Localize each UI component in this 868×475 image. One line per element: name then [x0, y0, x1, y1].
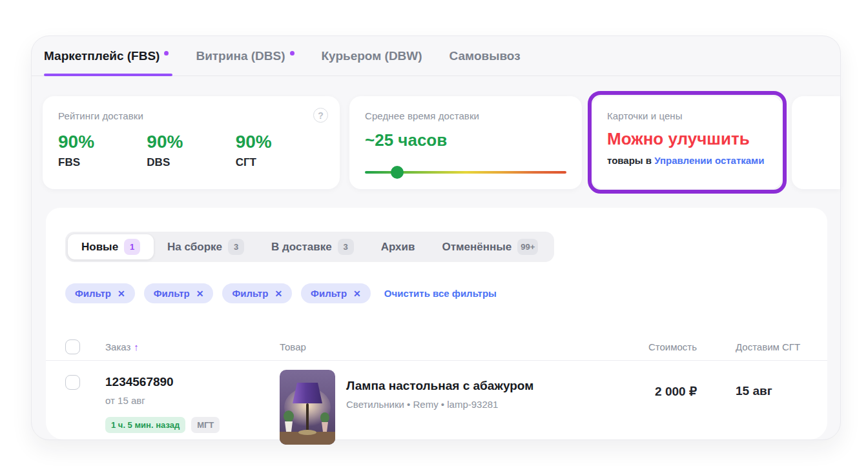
delivery-time-gauge	[365, 166, 566, 179]
remove-filter-icon[interactable]: ✕	[196, 288, 204, 299]
segment-new[interactable]: Новые 1	[68, 234, 154, 259]
row-checkbox[interactable]	[65, 375, 80, 390]
order-status-segmented-control: Новые 1 На сборке 3 В доставке 3 Архив О…	[65, 232, 554, 262]
card-title: Среднее время доставки	[365, 110, 566, 121]
gauge-knob	[391, 166, 404, 179]
tab-courier-dbw[interactable]: Курьером (DBW)	[322, 36, 422, 76]
tab-pickup[interactable]: Самовывоз	[450, 36, 521, 76]
sort-ascending-icon[interactable]: ↑	[134, 341, 139, 352]
stat-cards-row: Рейтинги доставки ? 90% FBS 90% DBS 90% …	[43, 96, 840, 189]
product-title[interactable]: Лампа настольная с абажуром	[346, 379, 533, 393]
order-badges: 1 ч. 5 мин. назад МГТ	[105, 417, 280, 433]
order-date: от 15 авг	[105, 395, 280, 406]
tab-label: Маркетплейс (FBS)	[44, 49, 160, 63]
rating-label: СГТ	[236, 156, 324, 169]
card-title: Карточки и цены	[607, 110, 767, 121]
filter-chip-label: Фильтр	[311, 288, 347, 299]
filter-chip[interactable]: Фильтр ✕	[144, 283, 214, 303]
column-order[interactable]: Заказ↑	[105, 341, 280, 352]
orders-panel: Новые 1 На сборке 3 В доставке 3 Архив О…	[46, 208, 827, 440]
note-prefix: товары в	[607, 155, 654, 166]
segment-label: В доставке	[271, 241, 332, 254]
rating-fbs: 90% FBS	[58, 132, 147, 169]
segment-label: Архив	[381, 241, 415, 254]
tab-label: Курьером (DBW)	[322, 49, 422, 63]
column-delivery: Доставим СГТ	[697, 341, 820, 352]
notification-dot-icon	[290, 51, 294, 56]
delivery-date: 15 авг	[697, 384, 820, 398]
delivery-ratings-card: Рейтинги доставки ? 90% FBS 90% DBS 90% …	[43, 96, 340, 189]
table-row[interactable]: 1234567890 от 15 авг 1 ч. 5 мин. назад М…	[65, 361, 820, 445]
segment-label: На сборке	[167, 241, 222, 254]
segment-count-badge: 3	[228, 239, 244, 255]
stock-management-link[interactable]: Управлении остатками	[654, 155, 764, 166]
notification-dot-icon	[164, 51, 169, 56]
column-product: Товар	[280, 341, 594, 352]
tab-marketplace-fbs[interactable]: Маркетплейс (FBS)	[44, 36, 169, 76]
segment-count-badge: 3	[338, 239, 354, 255]
time-ago-badge: 1 ч. 5 мин. назад	[105, 417, 185, 433]
filter-chip-label: Фильтр	[154, 288, 190, 299]
help-question-icon[interactable]: ?	[313, 108, 328, 123]
filter-chip-label: Фильтр	[232, 288, 268, 299]
remove-filter-icon[interactable]: ✕	[353, 288, 361, 299]
filter-chip[interactable]: Фильтр ✕	[222, 283, 292, 303]
rating-sgt: 90% СГТ	[236, 132, 324, 169]
delivery-time-value: ~25 часов	[365, 130, 566, 150]
select-all-checkbox[interactable]	[65, 339, 80, 354]
ratings-stats: 90% FBS 90% DBS 90% СГТ	[58, 132, 324, 169]
segment-archive[interactable]: Архив	[367, 234, 429, 259]
column-order-label: Заказ	[105, 341, 130, 352]
order-number[interactable]: 1234567890	[105, 375, 280, 389]
segment-in-delivery[interactable]: В доставке 3	[258, 234, 367, 259]
segment-cancelled[interactable]: Отменённые 99+	[428, 234, 552, 259]
rating-value: 90%	[147, 132, 235, 152]
segment-count-badge: 1	[124, 239, 140, 255]
filter-chip[interactable]: Фильтр ✕	[65, 283, 135, 303]
header-checkbox-cell	[65, 339, 105, 354]
row-checkbox-cell	[65, 375, 105, 390]
segment-label: Новые	[81, 241, 118, 254]
delivery-model-tabs: Маркетплейс (FBS) Витрина (DBS) Курьером…	[32, 36, 840, 76]
remove-filter-icon[interactable]: ✕	[274, 288, 282, 299]
product-image	[280, 370, 335, 445]
rating-value: 90%	[58, 132, 147, 152]
order-cell: 1234567890 от 15 авг 1 ч. 5 мин. назад М…	[105, 375, 280, 433]
filters-row: Фильтр ✕ Фильтр ✕ Фильтр ✕ Фильтр ✕ Очис…	[65, 283, 820, 303]
improvement-note: товары в Управлении остатками	[607, 155, 767, 166]
avg-delivery-time-card: Среднее время доставки ~25 часов	[349, 96, 582, 189]
rating-dbs: 90% DBS	[147, 132, 235, 169]
mgt-badge: МГТ	[191, 417, 220, 433]
order-price: 2 000 ₽	[594, 384, 697, 399]
segment-label: Отменённые	[442, 241, 512, 254]
segment-count-badge: 99+	[517, 239, 538, 255]
product-cell: Лампа настольная с абажуром Светильники …	[280, 370, 594, 445]
orders-table-header: Заказ↑ Товар Стоимость Доставим СГТ	[65, 333, 820, 360]
clear-all-filters-link[interactable]: Очистить все фильтры	[384, 288, 497, 299]
tab-label: Самовывоз	[450, 49, 521, 63]
remove-filter-icon[interactable]: ✕	[118, 288, 125, 299]
filter-chip[interactable]: Фильтр ✕	[301, 283, 371, 303]
product-meta: Светильники • Remy • lamp-93281	[346, 399, 533, 410]
rating-value: 90%	[236, 132, 324, 152]
cards-and-prices-card: Карточки и цены Можно улучшить товары в …	[592, 96, 782, 189]
seller-dashboard-panel: Маркетплейс (FBS) Витрина (DBS) Курьером…	[31, 35, 841, 440]
tab-label: Витрина (DBS)	[196, 49, 285, 63]
tab-vitrina-dbs[interactable]: Витрина (DBS)	[196, 36, 294, 76]
rating-label: DBS	[147, 156, 235, 169]
rating-label: FBS	[58, 156, 147, 169]
product-text: Лампа настольная с абажуром Светильники …	[346, 370, 533, 445]
segment-assembling[interactable]: На сборке 3	[154, 234, 258, 259]
column-price: Стоимость	[594, 341, 697, 352]
filter-chip-label: Фильтр	[75, 288, 111, 299]
partial-card	[792, 96, 840, 189]
card-title: Рейтинги доставки	[58, 110, 324, 121]
improvement-status: Можно улучшить	[607, 129, 767, 149]
